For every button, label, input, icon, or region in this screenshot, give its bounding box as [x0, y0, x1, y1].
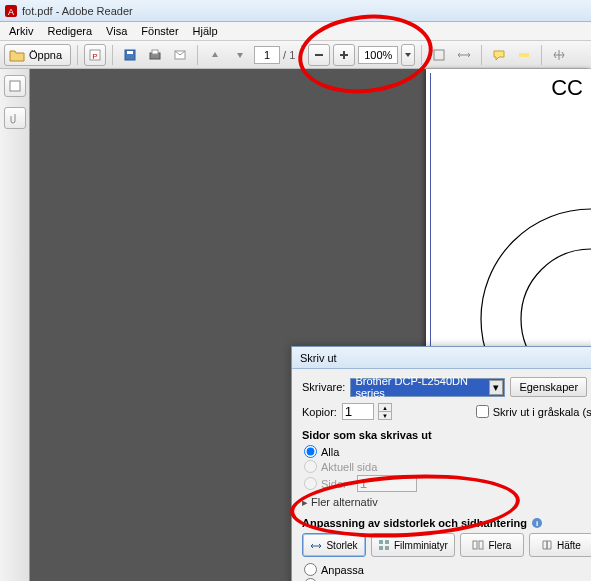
info-icon[interactable]: i: [531, 517, 543, 529]
toolbar-separator: [77, 45, 78, 65]
tab-booklet[interactable]: Häfte: [529, 533, 591, 557]
create-pdf-button[interactable]: P: [84, 44, 106, 66]
pages-section-title: Sidor som ska skrivas ut: [302, 429, 591, 441]
svg-rect-22: [385, 546, 389, 550]
menubar: Arkiv Redigera Visa Fönster Hjälp: [0, 22, 591, 41]
page-up-button[interactable]: [204, 44, 226, 66]
more-options-expander[interactable]: Fler alternativ: [302, 496, 591, 509]
nav-sidebar: [0, 69, 30, 581]
page-total: / 1: [283, 49, 295, 61]
svg-rect-13: [519, 53, 529, 57]
toolbar: Öppna P / 1 100%: [0, 41, 591, 69]
email-button[interactable]: [169, 44, 191, 66]
sizing-section-title: Anpassning av sidstorlek och sidhanterin…: [302, 517, 591, 529]
radio-all-label: Alla: [321, 446, 339, 458]
printer-label: Skrivare:: [302, 381, 345, 393]
tab-poster-label: Filmminiatyr: [394, 540, 448, 551]
menu-window[interactable]: Fönster: [134, 25, 185, 37]
zoom-value: 100%: [364, 49, 392, 61]
tab-size[interactable]: Storlek: [302, 533, 366, 557]
print-button[interactable]: [144, 44, 166, 66]
zoom-dropdown-button[interactable]: [401, 44, 415, 66]
toolbar-separator: [112, 45, 113, 65]
zoom-level[interactable]: 100%: [358, 46, 398, 64]
save-button[interactable]: [119, 44, 141, 66]
window-title: fot.pdf - Adobe Reader: [22, 5, 133, 17]
radio-current[interactable]: Aktuell sida: [304, 460, 591, 473]
page-down-button[interactable]: [229, 44, 251, 66]
radio-pages[interactable]: Sidor: [304, 475, 591, 492]
window-titlebar: A fot.pdf - Adobe Reader: [0, 0, 591, 22]
svg-rect-7: [152, 50, 158, 54]
svg-rect-24: [479, 541, 483, 549]
tab-multiple-label: Flera: [488, 540, 511, 551]
menu-file[interactable]: Arkiv: [2, 25, 40, 37]
comment-button[interactable]: [488, 44, 510, 66]
svg-text:P: P: [92, 52, 97, 61]
tools-button[interactable]: [428, 44, 450, 66]
tab-multiple[interactable]: Flera: [460, 533, 524, 557]
tab-poster[interactable]: Filmminiatyr: [371, 533, 455, 557]
svg-text:A: A: [8, 7, 14, 17]
svg-rect-14: [10, 81, 20, 91]
printer-value: Brother DCP-L2540DN series: [355, 375, 489, 399]
page-number-input[interactable]: [254, 46, 280, 64]
radio-all[interactable]: Alla: [304, 445, 591, 458]
chevron-down-icon: ▾: [489, 380, 503, 395]
fit-width-button[interactable]: [453, 44, 475, 66]
tab-size-label: Storlek: [326, 540, 357, 551]
tab-booklet-label: Häfte: [557, 540, 581, 551]
pages-range-input: [357, 475, 417, 492]
work-area: CC Skriv ut Skrivare: Brother DCP-L2540D…: [0, 69, 591, 581]
grayscale-checkbox[interactable]: Skriv ut i gråskala (svart: [476, 405, 591, 418]
zoom-out-button[interactable]: [308, 44, 330, 66]
thumbnails-tab[interactable]: [4, 75, 26, 97]
menu-help[interactable]: Hjälp: [186, 25, 225, 37]
radio-pages-label: Sidor: [321, 478, 347, 490]
menu-edit[interactable]: Redigera: [40, 25, 99, 37]
app-icon: A: [4, 4, 18, 18]
print-dialog: Skriv ut Skrivare: Brother DCP-L2540DN s…: [291, 346, 591, 581]
svg-rect-12: [434, 50, 444, 60]
document-pane[interactable]: CC Skriv ut Skrivare: Brother DCP-L2540D…: [30, 69, 591, 581]
open-button[interactable]: Öppna: [4, 44, 71, 66]
svg-rect-20: [385, 540, 389, 544]
grayscale-label: Skriv ut i gråskala (svart: [493, 406, 591, 418]
toolbar-separator: [421, 45, 422, 65]
toolbar-separator: [481, 45, 482, 65]
svg-rect-5: [127, 51, 133, 54]
svg-rect-19: [379, 540, 383, 544]
print-dialog-title: Skriv ut: [292, 347, 591, 369]
attachments-tab[interactable]: [4, 107, 26, 129]
copies-label: Kopior:: [302, 406, 337, 418]
radio-fit[interactable]: Anpassa: [304, 563, 591, 576]
toolbar-separator: [197, 45, 198, 65]
radio-current-label: Aktuell sida: [321, 461, 377, 473]
svg-text:i: i: [536, 519, 538, 528]
radio-fit-label: Anpassa: [321, 564, 364, 576]
svg-rect-21: [379, 546, 383, 550]
menu-view[interactable]: Visa: [99, 25, 134, 37]
properties-button[interactable]: Egenskaper: [510, 377, 587, 397]
svg-rect-23: [473, 541, 477, 549]
toolbar-separator: [301, 45, 302, 65]
copies-spinner[interactable]: ▲▼: [378, 403, 392, 420]
open-button-label: Öppna: [29, 49, 62, 61]
printer-select[interactable]: Brother DCP-L2540DN series ▾: [350, 378, 505, 397]
page-heading: CC: [551, 75, 583, 101]
zoom-in-button[interactable]: [333, 44, 355, 66]
read-mode-button[interactable]: [548, 44, 570, 66]
toolbar-separator: [541, 45, 542, 65]
copies-input[interactable]: [342, 403, 374, 420]
highlight-button[interactable]: [513, 44, 535, 66]
